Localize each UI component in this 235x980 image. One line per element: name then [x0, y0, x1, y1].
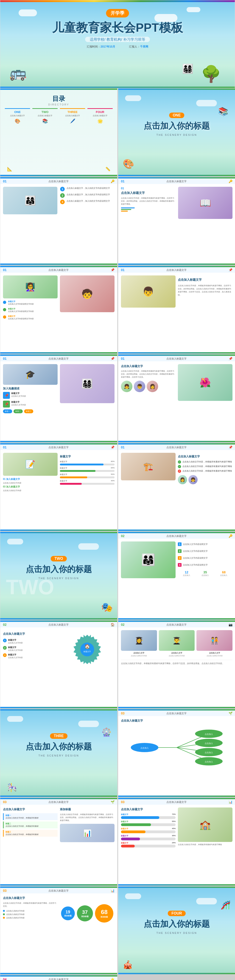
section2-subtitle: THE SCENERY DESIGN — [38, 577, 79, 579]
cover-subtitle: 适用学校/ 教育机构/ 补习学习班等 — [85, 37, 150, 42]
toc-num-four: FOUR — [87, 110, 113, 114]
c4a-photo: 📝 — [3, 453, 57, 476]
svg-text:标题文字: 标题文字 — [83, 651, 91, 653]
c2a-photo: 👩‍🏫 — [3, 275, 57, 298]
slide-cover: 🚌 🌳 👨‍👩‍👧‍👦 开学季 儿童教育家长会PPT模板 适用学校/ 教育机构/… — [0, 0, 235, 88]
section1-subtitle: THE SCENERY DESIGN — [156, 134, 197, 136]
c6a-photo3: 🧑‍🤝‍🧑 点击加入文字 点击加入说明文字内容 — [197, 630, 232, 657]
c8a-photo: 🏫 — [178, 808, 232, 842]
c1b-section-num: 01 — [121, 187, 175, 190]
toc-subtitle: DIRECTORY — [0, 103, 117, 106]
svg-text:点击加入: 点击加入 — [205, 733, 213, 735]
section3-title: 点击加入你的标题 — [26, 741, 92, 752]
section1-badge: ONE — [169, 113, 184, 118]
btn-tag3[interactable]: 标签三 — [24, 409, 33, 413]
c1b-title: 点击加入标题文字 — [121, 191, 175, 195]
mindmap-svg: 点击加入 点击加入 点击加入 点击加入 点击加入 — [121, 725, 232, 770]
c1a-num-list: 1 点击加入标题文字，加入你的文字内容说明文字 2 点击加入标题文字，加入你的文… — [60, 187, 114, 204]
slide-section2: TWO TWO 点击加入你的标题 THE SCENERY DESIGN 🎭 — [0, 531, 118, 620]
section2-title: 点击加入你的标题 — [26, 564, 92, 575]
toc-item-two: TWO 点击加入标题文字 📚 — [32, 108, 57, 124]
c1b-text: 点击加入你的文字内容，本模板所有素材均来源于网络，仅供学习交流，勿作商业用途。点… — [121, 197, 175, 205]
slide-content6a: 02 点击加入标题文字 📷 👩‍🎓 点击加入文字 点击加入说明文字内容 👨‍🎓 … — [118, 620, 235, 708]
slide-content7b: 03 点击加入标题文字 🌱 点击加入标题文字 标题一 点击加入你的文字内容，本模… — [0, 798, 118, 886]
section2-num: TWO — [6, 577, 54, 598]
toc-label-one: 点击加入标题文字 — [5, 115, 30, 117]
c3a-photo2: 👨‍👩‍👧‍👦 — [60, 364, 114, 403]
c5a-photo: 👨‍👩‍👧 — [121, 541, 176, 578]
toc-title: 目录 — [0, 94, 117, 103]
toc-item-four: FOUR 点击加入标题文字 🌟 — [87, 108, 113, 124]
slide-content3a: 01 点击加入标题文字 📌 🎓 加入知趣描述 📌 标题文字 点击加入文字内容 — [0, 354, 118, 442]
svg-text:🏠: 🏠 — [84, 644, 90, 649]
svg-text:点击加入: 点击加入 — [205, 760, 213, 763]
toc-label-two: 点击加入标题文字 — [32, 115, 57, 117]
slide-content8a: 03 点击加入标题文字 📊 点击加入标题文字 标题文字70% 标题文字55% — [118, 798, 235, 886]
slide-content1a: 01 点击加入标题文字 🔑 👨‍👩‍👧 1 点击加入标题文字，加入你的文字内容说… — [0, 177, 118, 265]
slide-content5a: 02 点击加入标题文字 🔑 👨‍👩‍👧 1 点击加入文字内容说明文字 2 点击加… — [118, 531, 235, 620]
slide-content8b: 03 点击加入标题文字 📊 点击加入标题文字 点击加入你的文字内容，本模板所有素… — [0, 886, 118, 975]
slide-content4b: 01 点击加入标题文字 📌 🏗️ 点击加入标题文字 ✓ 点击加入你的文字内容，本… — [118, 443, 235, 531]
toc-item-one: ONE 点击加入标题文字 🎨 — [5, 108, 30, 124]
c7b-text: 点击加入你的文字内容，本模板所有素材均来源于网络，仅供学习交流，勿作商业用途。点… — [60, 813, 114, 822]
btn-tag2[interactable]: 标签二 — [14, 409, 23, 413]
slide-section4: FOUR 点击加入你的标题 THE SCENERY DESIGN 🎪 🎢 — [118, 886, 235, 975]
c2b-text: 点击加入你的文字内容，本模板所有素材均来源于网络，仅供学习交流，勿作商业用途。点… — [178, 284, 232, 297]
c1a-header-title: 点击加入标题文字 — [48, 180, 68, 183]
c1b-header-num: 01 — [121, 180, 125, 183]
toc-num-two: TWO — [32, 110, 57, 114]
section4-title: 点击加入你的标题 — [144, 918, 210, 930]
section1-title: 点击加入你的标题 — [144, 120, 210, 132]
section3-subtitle: THE SCENERY DESIGN — [38, 754, 79, 757]
toc-label-four: 点击加入标题文字 — [87, 115, 113, 117]
btn-tag1[interactable]: 标签一 — [3, 409, 12, 413]
c7b-photo: 📊 — [60, 824, 114, 842]
c2a-photo2: 🧒 — [60, 275, 114, 312]
c1b-photo: 📖 — [178, 187, 232, 219]
c1a-header-num: 01 — [3, 180, 7, 183]
slide-toc: 目录 DIRECTORY ONE 点击加入标题文字 🎨 TWO 点击加入标题文字… — [0, 88, 118, 177]
slide-content2a: 01 点击加入标题文字 📌 👩‍🏫 标题文字点击加入文字内容说明文字内容 标题文… — [0, 266, 118, 354]
slide-section3: THRE 点击加入你的标题 THE SCENERY DESIGN 🎠 🎡 — [0, 709, 118, 797]
svg-text:点击加入: 点击加入 — [140, 747, 149, 749]
c2b-photo: 👦 — [121, 275, 176, 308]
slide-content1b: 01 点击加入标题文字 🔑 01 点击加入标题文字 点击加入你的文字内容，本模板… — [118, 177, 235, 265]
c3a-section-title: 加入知趣描述 — [3, 387, 57, 391]
section3-badge: THRE — [50, 733, 67, 739]
svg-text:点击加入: 点击加入 — [205, 751, 213, 754]
toc-num-three: THREE — [60, 110, 85, 114]
c7b-title: 添加标题 — [60, 808, 114, 811]
toc-item-three: THREE 点击加入标题文字 🖊️ — [60, 108, 85, 124]
c3b-text: 点击加入你的文字内容，本模板所有素材均来源于网络，仅供学习交流，勿作商业用途。点… — [121, 370, 176, 379]
c6a-photo1: 👩‍🎓 点击加入文字 点击加入说明文字内容 — [121, 630, 157, 657]
c3b-photo: 🌺 — [178, 364, 232, 401]
report-time: 汇报时间：2017年10月 — [87, 45, 115, 49]
slides-grid: 目录 DIRECTORY ONE 点击加入标题文字 🎨 TWO 点击加入标题文字… — [0, 88, 235, 980]
c1a-photo: 👨‍👩‍👧 — [3, 187, 57, 214]
reporter: 汇报人：千库网 — [129, 45, 148, 49]
svg-text:点击加入: 点击加入 — [205, 742, 213, 745]
slide-content7a: 03 点击加入标题文字 🌱 点击加入标题文字 点击加入 — [118, 709, 235, 797]
c6a-photo2: 👨‍🎓 点击加入文字 点击加入说明文字内容 — [159, 630, 195, 657]
cover-badge: 开学季 — [106, 9, 129, 18]
slide-content5b: 02 点击加入标题文字 🏠 点击加入标题文字 1 标题文字 点击加入文字内容 2… — [0, 620, 118, 708]
section4-subtitle: THE SCENERY DESIGN — [156, 932, 197, 934]
slide-content2b: 01 点击加入标题文字 📌 👦 点击加入标题文字 点击加入你的文字内容，本模板所… — [118, 266, 235, 354]
slide-content3b: 01 点击加入标题文字 📌 点击加入标题文字 点击加入你的文字内容，本模板所有素… — [118, 354, 235, 442]
c4b-photo: 🏗️ — [121, 453, 176, 480]
slide-content4a: 01 点击加入标题文字 📌 📝 01 加入标题文字 点击加入你的文字内容 03 … — [0, 443, 118, 531]
section2-badge: TWO — [51, 556, 67, 562]
slide-section1: ONE 点击加入你的标题 THE SCENERY DESIGN 🎨 📚 — [118, 88, 235, 177]
toc-num-one: ONE — [5, 110, 30, 114]
section4-badge: FOUR — [168, 911, 186, 916]
toc-label-three: 点击加入标题文字 — [60, 115, 85, 117]
gear-diagram: 🏠 标题文字 — [69, 630, 106, 667]
c1b-header-title: 点击加入标题文字 — [167, 180, 187, 183]
slide-content9a: 04 点击加入标题文字 ⭐ 点击加入标题文字 📄 点击加入标题文字 加入你的文字… — [0, 975, 118, 980]
cover-title: 儿童教育家长会PPT模板 — [52, 21, 183, 34]
c3a-photo: 🎓 — [3, 364, 57, 385]
